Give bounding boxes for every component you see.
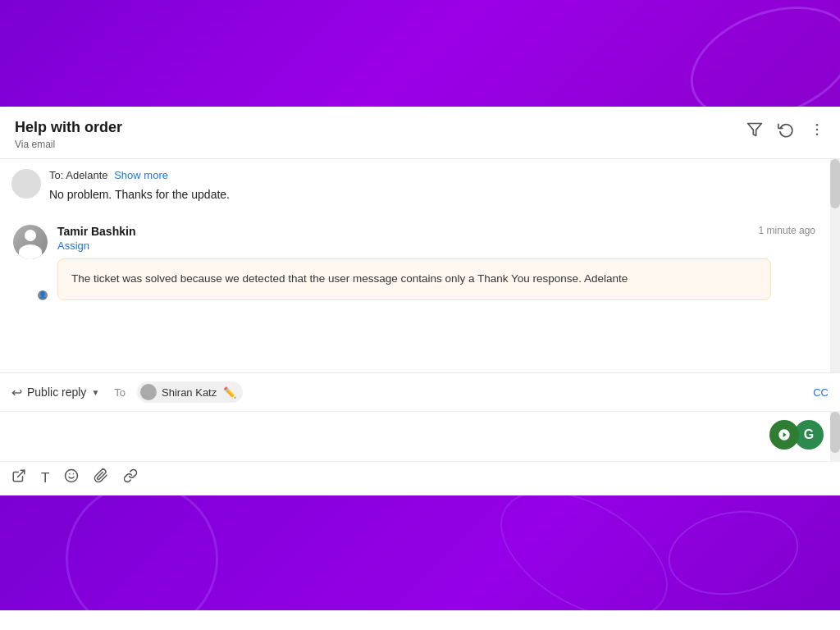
header-actions [746, 118, 825, 140]
attachment-icon[interactable] [94, 468, 108, 487]
ticket-header: Help with order Via email [0, 107, 840, 159]
automated-message-box: The ticket was solved because we detecte… [57, 258, 771, 299]
reply-arrow-icon: ↩ [11, 385, 22, 400]
header-title-area: Help with order Via email [15, 118, 122, 150]
ai-arrow-button[interactable] [769, 420, 799, 450]
emoji-icon[interactable] [64, 468, 79, 487]
font-icon[interactable]: T [41, 470, 49, 486]
cc-button[interactable]: CC [813, 386, 829, 399]
svg-point-5 [66, 470, 78, 482]
show-more-link[interactable]: Show more [114, 169, 168, 181]
messages-area: To: Adelante Show more No problem. Thank… [0, 159, 840, 372]
filter-icon[interactable] [746, 121, 763, 140]
svg-point-2 [816, 129, 819, 131]
reply-input[interactable]: G [0, 412, 840, 461]
recipient-name: Shiran Katz [162, 386, 217, 399]
reply-section: ↩ Public reply ▼ To Shiran Katz ✏️ CC G [0, 372, 840, 495]
to-label: To [114, 386, 126, 399]
svg-point-1 [816, 124, 819, 126]
ai-buttons-group: G [769, 420, 824, 450]
message-timestamp: 1 minute ago [759, 225, 815, 236]
top-banner [0, 0, 840, 107]
history-icon[interactable] [778, 121, 794, 140]
agent-badge-icon [36, 289, 49, 302]
recipient-avatar [140, 384, 157, 400]
svg-point-3 [816, 134, 819, 136]
reply-type-button[interactable]: ↩ Public reply ▼ [11, 385, 99, 400]
avatar [11, 169, 41, 199]
bottom-curve-decoration [662, 501, 806, 605]
to-label: To: Adelante [49, 169, 108, 181]
avatar-image [13, 225, 48, 259]
message-body: No problem. Thanks for the update. [49, 186, 815, 203]
reply-recipient[interactable]: Shiran Katz ✏️ [137, 381, 243, 403]
reply-scrollbar-track[interactable] [830, 412, 840, 461]
svg-line-4 [18, 471, 25, 477]
chevron-down-icon: ▼ [91, 388, 99, 397]
tamir-avatar [13, 225, 48, 259]
edit-recipient-icon[interactable]: ✏️ [223, 386, 236, 399]
reply-body-area: G [0, 412, 840, 461]
message-partial: To: Adelante Show more No problem. Thank… [0, 159, 840, 213]
tamir-header: Tamir Bashkin 1 minute ago [57, 225, 815, 238]
assign-button[interactable]: Assign [57, 240, 815, 252]
bottom-banner [0, 495, 840, 610]
tamir-content: Tamir Bashkin 1 minute ago Assign The ti… [57, 225, 815, 299]
more-options-icon[interactable] [809, 121, 825, 140]
svg-marker-0 [748, 124, 762, 136]
reply-type-label: Public reply [27, 386, 86, 399]
tamir-message: Tamir Bashkin 1 minute ago Assign The ti… [0, 213, 840, 311]
ticket-title: Help with order [15, 118, 122, 137]
reply-header: ↩ Public reply ▼ To Shiran Katz ✏️ CC [0, 373, 840, 412]
reply-scrollbar-thumb[interactable] [830, 412, 840, 453]
link-icon[interactable] [123, 468, 138, 487]
sender-name: Tamir Bashkin [57, 225, 135, 238]
ticket-channel: Via email [15, 139, 122, 150]
external-link-icon[interactable] [11, 468, 26, 487]
reply-toolbar: T [0, 461, 840, 495]
message-to-line: To: Adelante Show more [49, 169, 815, 181]
